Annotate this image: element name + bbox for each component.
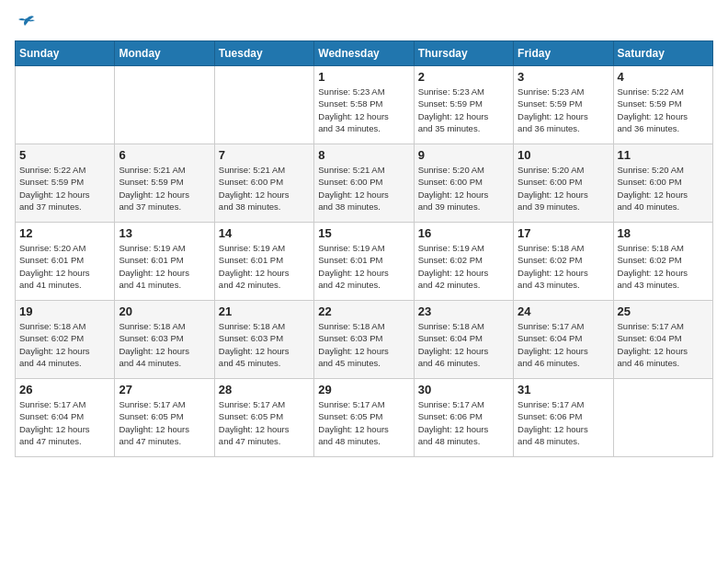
day-number: 12	[19, 226, 110, 240]
day-number: 9	[418, 148, 509, 162]
day-number: 27	[119, 383, 210, 396]
weekday-header-monday: Monday	[115, 41, 214, 66]
weekday-header-row: SundayMondayTuesdayWednesdayThursdayFrid…	[16, 41, 713, 66]
day-number: 17	[518, 226, 609, 240]
calendar-cell: 8Sunrise: 5:21 AM Sunset: 6:00 PM Daylig…	[314, 144, 414, 223]
calendar-cell: 17Sunrise: 5:18 AM Sunset: 6:02 PM Dayli…	[514, 223, 613, 301]
day-number: 26	[19, 383, 110, 396]
calendar-cell	[613, 379, 712, 457]
day-number: 15	[318, 226, 409, 240]
calendar-cell	[16, 66, 115, 144]
day-number: 20	[119, 304, 210, 318]
calendar-cell: 29Sunrise: 5:17 AM Sunset: 6:05 PM Dayli…	[314, 379, 414, 457]
calendar-cell: 22Sunrise: 5:18 AM Sunset: 6:03 PM Dayli…	[314, 301, 414, 379]
logo-bird-icon	[17, 15, 36, 29]
day-info: Sunrise: 5:17 AM Sunset: 6:04 PM Dayligh…	[518, 320, 609, 369]
day-number: 3	[518, 70, 609, 84]
day-number: 21	[219, 304, 310, 318]
calendar-cell: 3Sunrise: 5:23 AM Sunset: 5:59 PM Daylig…	[514, 66, 613, 144]
weekday-header-thursday: Thursday	[414, 41, 513, 66]
day-info: Sunrise: 5:20 AM Sunset: 6:01 PM Dayligh…	[19, 242, 110, 291]
calendar-cell: 16Sunrise: 5:19 AM Sunset: 6:02 PM Dayli…	[414, 223, 513, 301]
calendar-cell: 28Sunrise: 5:17 AM Sunset: 6:05 PM Dayli…	[214, 379, 313, 457]
calendar-cell: 2Sunrise: 5:23 AM Sunset: 5:59 PM Daylig…	[414, 66, 513, 144]
calendar-cell: 7Sunrise: 5:21 AM Sunset: 6:00 PM Daylig…	[214, 144, 313, 223]
day-info: Sunrise: 5:19 AM Sunset: 6:02 PM Dayligh…	[418, 242, 509, 291]
page-header	[15, 15, 713, 29]
day-info: Sunrise: 5:17 AM Sunset: 6:05 PM Dayligh…	[119, 398, 210, 447]
day-number: 23	[418, 304, 509, 318]
day-info: Sunrise: 5:17 AM Sunset: 6:06 PM Dayligh…	[518, 398, 609, 447]
calendar-cell: 10Sunrise: 5:20 AM Sunset: 6:00 PM Dayli…	[514, 144, 613, 223]
day-number: 7	[219, 148, 310, 162]
calendar-week-row: 26Sunrise: 5:17 AM Sunset: 6:04 PM Dayli…	[16, 379, 713, 457]
day-number: 31	[518, 383, 609, 396]
day-info: Sunrise: 5:17 AM Sunset: 6:04 PM Dayligh…	[19, 398, 110, 447]
day-info: Sunrise: 5:20 AM Sunset: 6:00 PM Dayligh…	[418, 164, 509, 213]
calendar-cell: 20Sunrise: 5:18 AM Sunset: 6:03 PM Dayli…	[115, 301, 214, 379]
day-number: 11	[618, 148, 709, 162]
day-number: 16	[418, 226, 509, 240]
calendar-table: SundayMondayTuesdayWednesdayThursdayFrid…	[15, 40, 713, 457]
day-info: Sunrise: 5:19 AM Sunset: 6:01 PM Dayligh…	[119, 242, 210, 291]
day-number: 2	[418, 70, 509, 84]
day-info: Sunrise: 5:23 AM Sunset: 5:59 PM Dayligh…	[518, 86, 609, 134]
day-info: Sunrise: 5:22 AM Sunset: 5:59 PM Dayligh…	[19, 164, 110, 213]
calendar-cell: 19Sunrise: 5:18 AM Sunset: 6:02 PM Dayli…	[16, 301, 115, 379]
day-number: 10	[518, 148, 609, 162]
day-info: Sunrise: 5:18 AM Sunset: 6:02 PM Dayligh…	[518, 242, 609, 291]
calendar-week-row: 19Sunrise: 5:18 AM Sunset: 6:02 PM Dayli…	[16, 301, 713, 379]
day-number: 4	[618, 70, 709, 84]
calendar-cell: 26Sunrise: 5:17 AM Sunset: 6:04 PM Dayli…	[16, 379, 115, 457]
day-info: Sunrise: 5:21 AM Sunset: 6:00 PM Dayligh…	[219, 164, 310, 213]
day-info: Sunrise: 5:17 AM Sunset: 6:04 PM Dayligh…	[618, 320, 709, 369]
calendar-cell: 6Sunrise: 5:21 AM Sunset: 5:59 PM Daylig…	[115, 144, 214, 223]
calendar-week-row: 1Sunrise: 5:23 AM Sunset: 5:58 PM Daylig…	[16, 66, 713, 144]
day-info: Sunrise: 5:23 AM Sunset: 5:59 PM Dayligh…	[418, 86, 509, 134]
calendar-cell: 23Sunrise: 5:18 AM Sunset: 6:04 PM Dayli…	[414, 301, 513, 379]
day-info: Sunrise: 5:17 AM Sunset: 6:05 PM Dayligh…	[219, 398, 310, 447]
calendar-cell	[214, 66, 313, 144]
day-info: Sunrise: 5:23 AM Sunset: 5:58 PM Dayligh…	[318, 86, 409, 134]
day-number: 1	[318, 70, 409, 84]
day-number: 28	[219, 383, 310, 396]
weekday-header-tuesday: Tuesday	[214, 41, 313, 66]
day-info: Sunrise: 5:18 AM Sunset: 6:02 PM Dayligh…	[618, 242, 709, 291]
day-number: 6	[119, 148, 210, 162]
calendar-cell	[115, 66, 214, 144]
day-info: Sunrise: 5:17 AM Sunset: 6:05 PM Dayligh…	[318, 398, 409, 447]
day-info: Sunrise: 5:18 AM Sunset: 6:03 PM Dayligh…	[219, 320, 310, 369]
calendar-cell: 31Sunrise: 5:17 AM Sunset: 6:06 PM Dayli…	[514, 379, 613, 457]
day-number: 8	[318, 148, 409, 162]
calendar-cell: 4Sunrise: 5:22 AM Sunset: 5:59 PM Daylig…	[613, 66, 712, 144]
weekday-header-wednesday: Wednesday	[314, 41, 414, 66]
calendar-cell: 11Sunrise: 5:20 AM Sunset: 6:00 PM Dayli…	[613, 144, 712, 223]
calendar-week-row: 5Sunrise: 5:22 AM Sunset: 5:59 PM Daylig…	[16, 144, 713, 223]
calendar-week-row: 12Sunrise: 5:20 AM Sunset: 6:01 PM Dayli…	[16, 223, 713, 301]
day-info: Sunrise: 5:17 AM Sunset: 6:06 PM Dayligh…	[418, 398, 509, 447]
day-number: 25	[618, 304, 709, 318]
day-info: Sunrise: 5:20 AM Sunset: 6:00 PM Dayligh…	[518, 164, 609, 213]
day-number: 29	[318, 383, 409, 396]
calendar-cell: 25Sunrise: 5:17 AM Sunset: 6:04 PM Dayli…	[613, 301, 712, 379]
day-number: 19	[19, 304, 110, 318]
calendar-cell: 27Sunrise: 5:17 AM Sunset: 6:05 PM Dayli…	[115, 379, 214, 457]
calendar-cell: 30Sunrise: 5:17 AM Sunset: 6:06 PM Dayli…	[414, 379, 513, 457]
calendar-cell: 9Sunrise: 5:20 AM Sunset: 6:00 PM Daylig…	[414, 144, 513, 223]
day-number: 14	[219, 226, 310, 240]
calendar-cell: 18Sunrise: 5:18 AM Sunset: 6:02 PM Dayli…	[613, 223, 712, 301]
weekday-header-friday: Friday	[514, 41, 613, 66]
day-info: Sunrise: 5:19 AM Sunset: 6:01 PM Dayligh…	[318, 242, 409, 291]
day-number: 22	[318, 304, 409, 318]
day-number: 18	[618, 226, 709, 240]
day-info: Sunrise: 5:20 AM Sunset: 6:00 PM Dayligh…	[618, 164, 709, 213]
logo	[15, 15, 36, 29]
day-number: 5	[19, 148, 110, 162]
day-info: Sunrise: 5:18 AM Sunset: 6:02 PM Dayligh…	[19, 320, 110, 369]
calendar-cell: 15Sunrise: 5:19 AM Sunset: 6:01 PM Dayli…	[314, 223, 414, 301]
day-info: Sunrise: 5:18 AM Sunset: 6:03 PM Dayligh…	[318, 320, 409, 369]
weekday-header-sunday: Sunday	[16, 41, 115, 66]
day-number: 24	[518, 304, 609, 318]
calendar-cell: 14Sunrise: 5:19 AM Sunset: 6:01 PM Dayli…	[214, 223, 313, 301]
calendar-cell: 24Sunrise: 5:17 AM Sunset: 6:04 PM Dayli…	[514, 301, 613, 379]
